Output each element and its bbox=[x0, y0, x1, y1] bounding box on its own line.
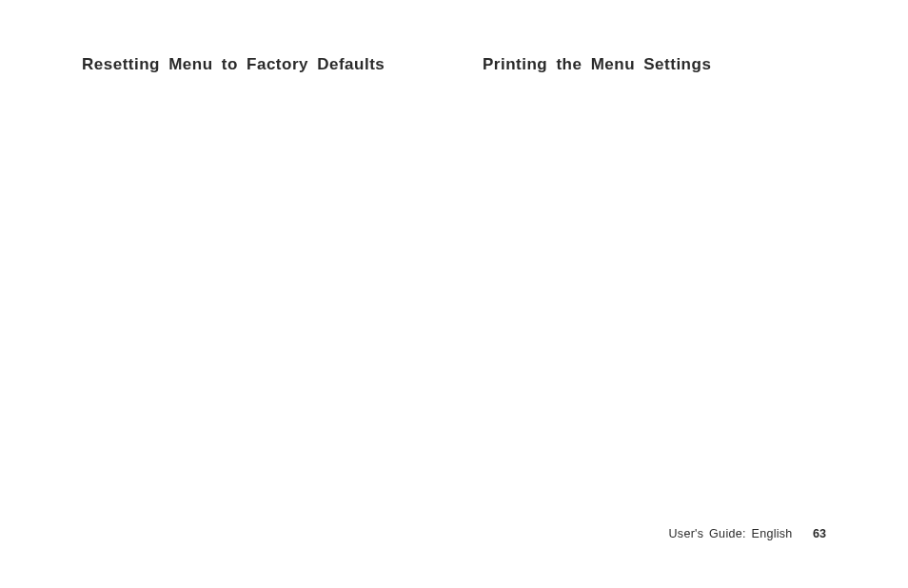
left-column: Resetting Menu to Factory Defaults bbox=[82, 55, 425, 74]
document-page: Resetting Menu to Factory Defaults Print… bbox=[0, 0, 908, 588]
two-column-layout: Resetting Menu to Factory Defaults Print… bbox=[82, 55, 826, 74]
right-column: Printing the Menu Settings bbox=[483, 55, 826, 74]
right-heading: Printing the Menu Settings bbox=[483, 55, 826, 74]
left-heading: Resetting Menu to Factory Defaults bbox=[82, 55, 425, 74]
footer-label: User's Guide: English bbox=[669, 527, 793, 540]
page-number: 63 bbox=[813, 527, 826, 540]
page-footer: User's Guide: English 63 bbox=[669, 527, 827, 540]
